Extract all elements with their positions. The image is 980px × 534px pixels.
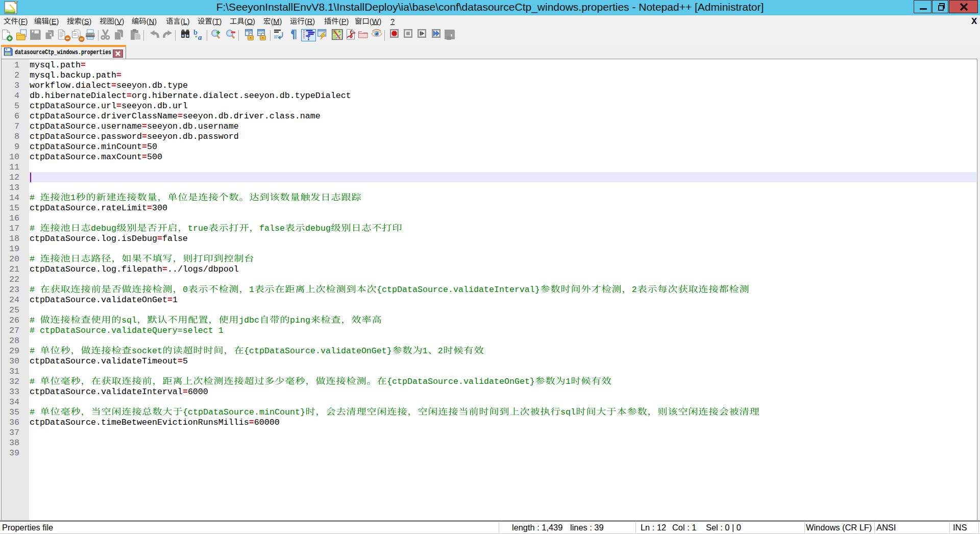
svg-text:datasourceCtp_windows.properti: datasourceCtp_windows.properties: [15, 48, 111, 56]
svg-text:b: b: [193, 29, 198, 36]
svg-text:(M): (M): [271, 17, 282, 26]
svg-text:(O): (O): [244, 17, 255, 26]
svg-text:(V): (V): [114, 17, 124, 26]
svg-text:a: a: [198, 33, 202, 41]
svg-text:(T): (T): [212, 17, 222, 26]
svg-text:(P): (P): [339, 17, 349, 26]
svg-text:(E): (E): [48, 17, 58, 26]
svg-text:?: ?: [390, 17, 395, 26]
svg-text:(W): (W): [370, 17, 381, 26]
svg-text:(S): (S): [82, 17, 91, 26]
svg-text:(N): (N): [146, 17, 157, 26]
svg-text:(R): (R): [305, 17, 315, 26]
svg-text:(L): (L): [181, 17, 190, 26]
svg-text:(F): (F): [18, 17, 28, 26]
